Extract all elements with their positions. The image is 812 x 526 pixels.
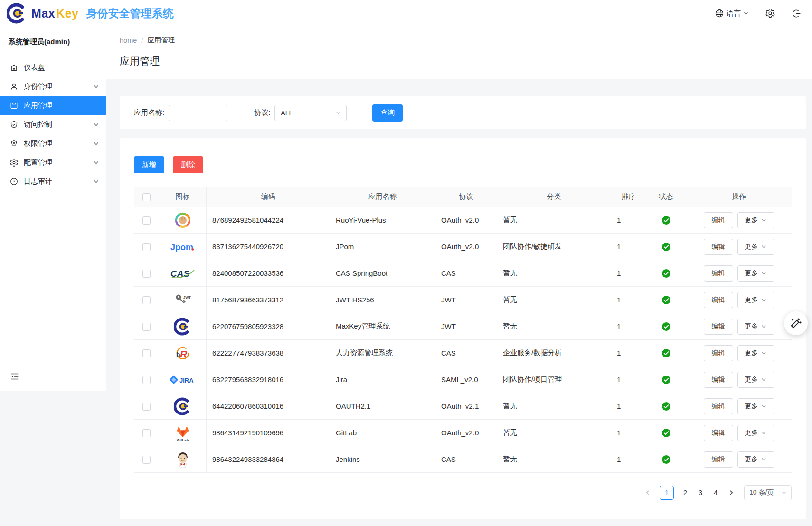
chevron-down-icon xyxy=(93,160,99,166)
more-button-label: 更多 xyxy=(745,243,758,251)
status-enabled-icon xyxy=(661,348,671,358)
logout-button[interactable] xyxy=(792,9,802,19)
row-checkbox[interactable] xyxy=(142,216,151,225)
table-row: GitLab986431492190109696GitLabOAuth_v2.0… xyxy=(134,420,792,446)
settings-button[interactable] xyxy=(765,8,775,19)
more-button-label: 更多 xyxy=(745,296,758,304)
app-protocol-cell: CAS xyxy=(435,260,497,287)
status-enabled-icon xyxy=(661,216,671,225)
select-all-checkbox[interactable] xyxy=(142,193,151,201)
app-category-cell: 暂无 xyxy=(497,446,611,473)
row-actions-cell: 编辑更多 xyxy=(686,340,792,366)
more-button[interactable]: 更多 xyxy=(737,265,774,282)
app-sort-cell: 1 xyxy=(611,366,646,393)
clock-icon xyxy=(9,177,19,186)
row-select-cell xyxy=(134,393,159,420)
page-number-2[interactable]: 2 xyxy=(681,489,689,497)
more-button[interactable]: 更多 xyxy=(737,212,774,228)
sidebar-item-label: 权限管理 xyxy=(24,139,93,148)
app-code-cell: 622076759805923328 xyxy=(207,313,330,340)
protocol-select[interactable]: ALL xyxy=(274,105,347,121)
row-select-cell xyxy=(134,313,159,340)
more-button[interactable]: 更多 xyxy=(737,292,774,308)
delete-button[interactable]: 删除 xyxy=(173,156,203,173)
sidebar-item-apps[interactable]: 应用管理 xyxy=(0,96,106,115)
page-number-4[interactable]: 4 xyxy=(712,489,719,497)
assistant-wand-button[interactable] xyxy=(784,311,808,335)
next-page-button[interactable] xyxy=(727,489,736,496)
app-name-cell: GitLab xyxy=(330,420,435,446)
brand: Max Key 身份安全管理系统 xyxy=(7,3,174,24)
app-icon-cell: CAS xyxy=(159,260,207,287)
status-enabled-icon xyxy=(661,269,671,278)
more-button[interactable]: 更多 xyxy=(737,239,774,255)
sidebar-item-user[interactable]: 身份管理 xyxy=(0,77,106,96)
app-logo-maxkey xyxy=(159,393,206,419)
page-number-1[interactable]: 1 xyxy=(660,486,674,500)
row-checkbox[interactable] xyxy=(142,403,151,411)
prev-page-button[interactable] xyxy=(643,489,652,496)
edit-button[interactable]: 编辑 xyxy=(704,212,733,228)
more-button[interactable]: 更多 xyxy=(737,345,774,361)
sidebar-item-shield-check[interactable]: 访问控制 xyxy=(0,115,106,134)
more-button-label: 更多 xyxy=(745,402,758,411)
sidebar-item-clock[interactable]: 日志审计 xyxy=(0,172,106,191)
svg-text:R: R xyxy=(180,348,188,359)
page-size-select[interactable]: 10 条/页 xyxy=(744,485,792,500)
query-button[interactable]: 查询 xyxy=(372,104,403,122)
status-enabled-icon xyxy=(661,455,671,464)
edit-button[interactable]: 编辑 xyxy=(704,398,733,414)
more-button[interactable]: 更多 xyxy=(737,451,774,468)
page-size-value: 10 条/页 xyxy=(749,488,774,497)
more-button[interactable]: 更多 xyxy=(737,398,774,414)
sidebar-item-gear[interactable]: 配置管理 xyxy=(0,153,106,172)
breadcrumb-home-link[interactable]: home xyxy=(120,37,137,44)
more-button[interactable]: 更多 xyxy=(737,319,774,335)
app-logo-ruoyi xyxy=(159,207,206,233)
table-row: CAS824008507220033536CAS SpringBootCAS暂无… xyxy=(134,260,792,287)
more-button[interactable]: 更多 xyxy=(737,372,774,388)
edit-button[interactable]: 编辑 xyxy=(704,425,733,441)
row-actions-cell: 编辑更多 xyxy=(686,207,792,234)
app-category-cell: 团队协作/敏捷研发 xyxy=(497,234,611,260)
app-name-cell: JPom xyxy=(330,234,435,260)
sidebar-item-badge[interactable]: 权限管理 xyxy=(0,134,106,153)
edit-button[interactable]: 编辑 xyxy=(704,319,733,335)
edit-button[interactable]: 编辑 xyxy=(704,372,733,388)
sidebar-collapse-button[interactable] xyxy=(9,371,20,382)
app-code-cell: 644220607860310016 xyxy=(207,393,330,420)
app-status-cell xyxy=(646,393,686,420)
row-checkbox[interactable] xyxy=(142,429,151,437)
status-enabled-icon xyxy=(661,322,671,331)
page-number-3[interactable]: 3 xyxy=(697,489,704,497)
row-checkbox[interactable] xyxy=(142,270,151,278)
edit-button[interactable]: 编辑 xyxy=(704,345,733,361)
language-switcher[interactable]: 语言 xyxy=(715,9,749,18)
edit-button[interactable]: 编辑 xyxy=(704,451,733,468)
row-checkbox[interactable] xyxy=(142,323,151,331)
more-button[interactable]: 更多 xyxy=(737,425,774,441)
row-checkbox[interactable] xyxy=(142,243,151,251)
app-name-label: 应用名称: xyxy=(134,108,164,117)
row-checkbox[interactable] xyxy=(142,456,151,464)
breadcrumb: home / 应用管理 xyxy=(120,36,812,45)
chevron-left-icon xyxy=(644,489,651,496)
add-button[interactable]: 新增 xyxy=(134,156,164,173)
app-status-cell xyxy=(646,234,686,260)
app-category-cell: 暂无 xyxy=(497,420,611,446)
row-checkbox[interactable] xyxy=(142,349,151,357)
more-button-label: 更多 xyxy=(745,322,758,331)
edit-button[interactable]: 编辑 xyxy=(704,265,733,282)
row-select-cell xyxy=(134,366,159,393)
edit-button[interactable]: 编辑 xyxy=(704,292,733,308)
edit-button[interactable]: 编辑 xyxy=(704,239,733,255)
app-name-input[interactable] xyxy=(169,105,227,121)
sidebar-item-home[interactable]: 仪表盘 xyxy=(0,58,106,77)
row-checkbox[interactable] xyxy=(142,376,151,384)
filter-bar: 应用名称: 协议: ALL 查询 xyxy=(120,96,806,129)
protocol-label: 协议: xyxy=(254,108,270,117)
app-icon-cell xyxy=(159,393,207,420)
row-checkbox[interactable] xyxy=(142,296,151,304)
app-protocol-cell: OAuth_v2.0 xyxy=(435,420,497,446)
app-icon-cell: JIRA xyxy=(159,366,207,393)
